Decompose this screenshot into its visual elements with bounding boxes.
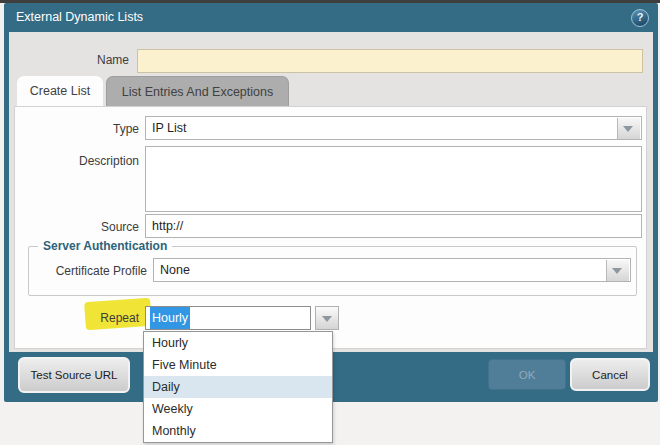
type-dropdown-chevron-icon[interactable] <box>617 118 640 140</box>
repeat-option-monthly[interactable]: Monthly <box>144 420 332 442</box>
server-authentication-legend: Server Authentication <box>38 239 172 254</box>
repeat-dropdown[interactable]: Hourly <box>145 306 311 330</box>
chevron-down-icon <box>322 316 332 322</box>
tab-list-entries-and-exceptions[interactable]: List Entries And Exceptions <box>106 76 289 106</box>
repeat-option-weekly[interactable]: Weekly <box>144 398 332 420</box>
certificate-profile-value: None <box>160 263 190 277</box>
repeat-selected-value: Hourly <box>150 307 190 329</box>
help-icon[interactable]: ? <box>631 9 649 27</box>
name-input[interactable] <box>137 49 643 73</box>
dialog-content: Name Create List List Entries And Except… <box>9 32 653 352</box>
description-label: Description <box>15 150 139 172</box>
repeat-label: Repeat <box>15 307 139 329</box>
server-authentication-fieldset: Server Authentication Certificate Profil… <box>28 246 637 296</box>
certificate-profile-chevron-icon[interactable] <box>606 260 629 282</box>
screen: External Dynamic Lists ? Name Create Lis… <box>0 0 660 445</box>
dialog-title: External Dynamic Lists <box>16 3 143 32</box>
certificate-profile-label: Certificate Profile <box>29 260 147 282</box>
chevron-down-icon <box>623 126 633 132</box>
repeat-dropdown-chevron-button[interactable] <box>315 306 339 330</box>
type-dropdown-value: IP List <box>152 121 187 135</box>
source-input[interactable] <box>145 214 642 238</box>
certificate-profile-dropdown[interactable]: None <box>153 258 631 282</box>
create-list-tab-panel: Type IP List Description Source Server A… <box>14 106 647 349</box>
name-label: Name <box>17 49 129 71</box>
cancel-button[interactable]: Cancel <box>570 358 650 391</box>
dialog-titlebar: External Dynamic Lists ? <box>4 3 658 32</box>
repeat-option-daily[interactable]: Daily <box>144 376 332 398</box>
source-label: Source <box>15 216 139 238</box>
chevron-down-icon <box>612 268 622 274</box>
type-dropdown[interactable]: IP List <box>145 116 642 140</box>
ok-button[interactable]: OK <box>488 359 566 390</box>
repeat-option-hourly[interactable]: Hourly <box>144 332 332 354</box>
tab-create-list[interactable]: Create List <box>17 76 103 106</box>
description-textarea[interactable] <box>145 146 642 212</box>
test-source-url-button[interactable]: Test Source URL <box>18 357 130 393</box>
type-label: Type <box>15 118 139 140</box>
repeat-dropdown-list: Hourly Five Minute Daily Weekly Monthly <box>143 331 333 443</box>
repeat-option-five-minute[interactable]: Five Minute <box>144 354 332 376</box>
